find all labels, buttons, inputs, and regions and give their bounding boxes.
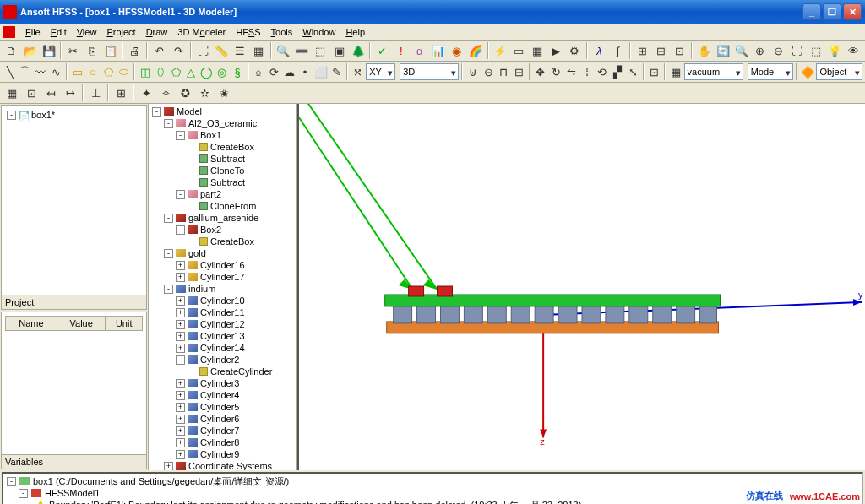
- box-button[interactable]: ⬚: [808, 41, 825, 60]
- snap-vertex[interactable]: ⊡: [22, 84, 41, 102]
- mdi-control-icon[interactable]: [3, 26, 15, 38]
- alpha-button[interactable]: α: [411, 41, 428, 60]
- project-tree[interactable]: -📄box1*: [2, 106, 146, 295]
- plus-button[interactable]: ⊕: [751, 41, 769, 60]
- col-value[interactable]: Value: [57, 316, 105, 330]
- rad-button[interactable]: ◉: [448, 41, 465, 60]
- minus-button[interactable]: ⊖: [770, 41, 787, 60]
- sweep-button[interactable]: ∫: [609, 41, 627, 60]
- snap-grid[interactable]: ▦: [3, 84, 21, 102]
- snap-center[interactable]: ✦: [137, 84, 155, 102]
- lambda-button[interactable]: λ: [590, 41, 608, 60]
- intersect-button[interactable]: ⊓: [497, 62, 511, 81]
- minimize-button[interactable]: _: [802, 3, 821, 20]
- zoom-button[interactable]: 🔍: [732, 41, 750, 60]
- tree-node[interactable]: -gallium_arsenide: [150, 212, 295, 224]
- menu-edit[interactable]: Edit: [46, 25, 72, 39]
- plane-tool[interactable]: ⬜: [313, 62, 329, 81]
- snap-edge[interactable]: ✫: [195, 84, 214, 102]
- region-tool[interactable]: ☁: [282, 62, 296, 81]
- select-combo[interactable]: Object: [816, 63, 862, 80]
- tree-node[interactable]: -Al2_O3_ceramic: [150, 117, 295, 129]
- mode-combo[interactable]: 3D: [400, 63, 459, 80]
- line-tool[interactable]: ╲: [3, 62, 17, 81]
- eqline-tool[interactable]: ∿: [49, 62, 63, 81]
- scope-combo[interactable]: Model: [748, 63, 794, 80]
- subtract-button[interactable]: ⊖: [481, 62, 496, 81]
- tree-node[interactable]: CreateBox: [150, 141, 295, 153]
- copy-button[interactable]: ⎘: [83, 41, 101, 60]
- col-unit[interactable]: Unit: [106, 316, 143, 330]
- zoom-in-button[interactable]: 🔍: [275, 41, 292, 60]
- rotate-button[interactable]: 🔄: [714, 41, 732, 60]
- menu-hfss[interactable]: HFSS: [231, 25, 265, 39]
- measure-button[interactable]: 📏: [213, 41, 231, 60]
- snap-ortho[interactable]: ⊥: [86, 84, 105, 102]
- grid-toggle[interactable]: ⊞: [112, 84, 130, 102]
- tree-node[interactable]: +Cylinder5: [150, 401, 295, 413]
- print-button[interactable]: 🖨: [126, 41, 144, 60]
- tree-node[interactable]: -Cylinder2: [150, 354, 295, 366]
- light-button[interactable]: 💡: [826, 41, 844, 60]
- opt-button[interactable]: ⚙: [566, 41, 584, 60]
- history-tree-panel[interactable]: -Model-Al2_O3_ceramic-Box1CreateBoxSubtr…: [149, 104, 297, 470]
- col-name[interactable]: Name: [6, 316, 57, 330]
- scale-button[interactable]: ⤡: [626, 62, 640, 81]
- dup-mirror-button[interactable]: ▞: [611, 62, 625, 81]
- save-button[interactable]: 💾: [40, 41, 57, 60]
- bond-tool[interactable]: ⎐: [252, 62, 266, 81]
- tree-node[interactable]: +Cylinder7: [150, 425, 295, 436]
- check-button[interactable]: ✓: [373, 41, 391, 60]
- open-button[interactable]: 📂: [21, 41, 39, 60]
- zoom-out-button[interactable]: ➖: [293, 41, 311, 60]
- maximize-button[interactable]: ❐: [823, 3, 841, 20]
- tree-node[interactable]: +Cylinder4: [150, 389, 295, 401]
- tree-node[interactable]: CreateBox: [150, 236, 295, 247]
- material-combo[interactable]: vacuum: [684, 63, 743, 80]
- undo-button[interactable]: ↶: [150, 41, 168, 60]
- anim-button[interactable]: ▶: [547, 41, 565, 60]
- eye-button[interactable]: 👁: [845, 41, 862, 60]
- tree-node[interactable]: -Model: [150, 106, 295, 117]
- point-tool[interactable]: •: [298, 62, 313, 81]
- cyl-tool[interactable]: ⬯: [153, 62, 167, 81]
- fit2-button[interactable]: ⛶: [788, 41, 806, 60]
- menu-project[interactable]: Project: [101, 25, 140, 39]
- tree-node[interactable]: +Cylinder11: [150, 306, 295, 318]
- paste-button[interactable]: 📋: [101, 41, 119, 60]
- excite-button[interactable]: ⚡: [492, 41, 509, 60]
- menu-help[interactable]: Help: [340, 25, 370, 39]
- spline-tool[interactable]: 〰: [34, 62, 48, 81]
- tree-node[interactable]: -Box2: [150, 224, 295, 236]
- solve-button[interactable]: !: [392, 41, 410, 60]
- tree-node[interactable]: +Cylinder16: [150, 259, 295, 271]
- tree-node[interactable]: CreateCylinder: [150, 366, 295, 377]
- close-button[interactable]: ✕: [843, 3, 862, 20]
- unite-button[interactable]: ⊎: [465, 62, 480, 81]
- ellipse-tool[interactable]: ⬭: [117, 62, 131, 81]
- tree-node[interactable]: Subtract: [150, 176, 295, 188]
- tree-node[interactable]: +Cylinder9: [150, 448, 295, 460]
- tree-node[interactable]: +Cylinder13: [150, 330, 295, 342]
- menu-view[interactable]: View: [72, 25, 102, 39]
- tree-node[interactable]: +Cylinder8: [150, 436, 295, 448]
- menu-draw[interactable]: Draw: [141, 25, 173, 39]
- cut-button[interactable]: ✂: [64, 41, 82, 60]
- prism-tool[interactable]: ⬠: [169, 62, 183, 81]
- yz-button[interactable]: ⊟: [652, 41, 670, 60]
- bound-button[interactable]: ▭: [510, 41, 528, 60]
- field-button[interactable]: 🌈: [466, 41, 484, 60]
- plot-button[interactable]: 📊: [429, 41, 447, 60]
- poly-tool[interactable]: ⬠: [101, 62, 116, 81]
- menu-3dmodeler[interactable]: 3D Modeler: [172, 25, 231, 39]
- tree-node[interactable]: +Cylinder14: [150, 342, 295, 354]
- plane-combo[interactable]: XY: [366, 63, 395, 80]
- tree-node[interactable]: CloneTo: [150, 165, 295, 176]
- tree-node[interactable]: CloneFrom: [150, 200, 295, 212]
- mesh-button[interactable]: ▦: [529, 41, 547, 60]
- tree-node[interactable]: +Cylinder6: [150, 413, 295, 425]
- rect-tool[interactable]: ▭: [70, 62, 84, 81]
- tree-node[interactable]: -Box1: [150, 129, 295, 141]
- tree-node[interactable]: +Cylinder17: [150, 271, 295, 283]
- zoom-fit-button[interactable]: ▣: [330, 41, 348, 60]
